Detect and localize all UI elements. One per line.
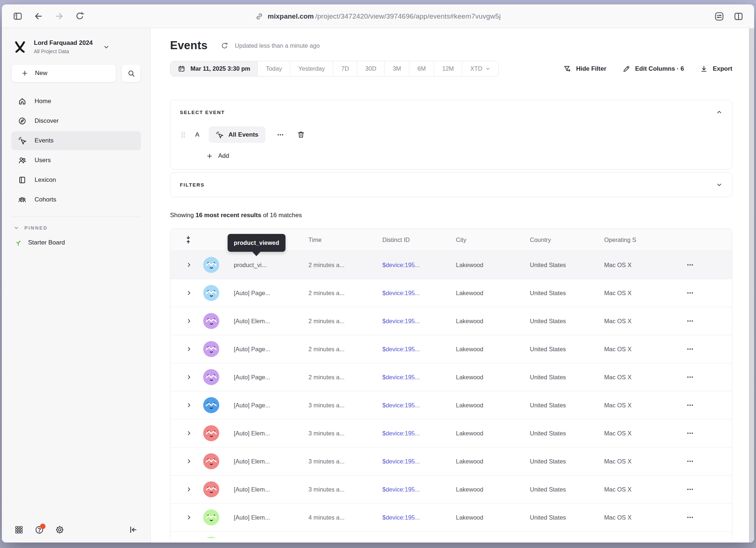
row-expander-icon[interactable] bbox=[186, 374, 192, 380]
edit-columns-button[interactable]: Edit Columns · 6 bbox=[622, 65, 684, 73]
row-distinct-id[interactable]: $device:195... bbox=[382, 318, 456, 325]
sidebar-footer bbox=[11, 525, 141, 535]
collapse-panel-icon[interactable] bbox=[716, 109, 722, 116]
row-expander-icon[interactable] bbox=[186, 262, 192, 268]
range-option-6m[interactable]: 6M bbox=[409, 61, 434, 76]
column-header-time[interactable]: Time bbox=[308, 236, 382, 243]
help-icon[interactable] bbox=[35, 525, 44, 535]
row-expander-icon[interactable] bbox=[186, 486, 192, 492]
table-row[interactable]: [Auto] Elem... 3 minutes a... $device:19… bbox=[170, 447, 732, 475]
sidebar-item-users[interactable]: Users bbox=[11, 151, 141, 170]
reload-icon[interactable] bbox=[75, 11, 85, 21]
table-row[interactable]: [Auto] Elem... 4 minutes a... $device:19… bbox=[170, 503, 732, 531]
table-row[interactable]: [Auto] Page... 2 minutes a... $device:19… bbox=[170, 279, 732, 307]
row-menu-button[interactable] bbox=[686, 373, 694, 381]
row-menu-button[interactable] bbox=[686, 401, 694, 409]
page-settings-icon[interactable] bbox=[714, 11, 724, 21]
refresh-icon[interactable] bbox=[221, 42, 228, 50]
column-header-country[interactable]: Country bbox=[530, 236, 604, 243]
sidebar-item-home[interactable]: Home bbox=[11, 92, 141, 111]
event-selector-chip[interactable]: All Events bbox=[209, 126, 265, 143]
table-row[interactable] bbox=[170, 531, 732, 538]
sidebar-item-starter-board[interactable]: Starter Board bbox=[11, 239, 141, 247]
search-icon bbox=[127, 70, 135, 77]
row-menu-button[interactable] bbox=[686, 345, 694, 353]
collapse-rows-icon[interactable] bbox=[184, 235, 192, 244]
row-distinct-id[interactable]: $device:195... bbox=[382, 262, 456, 269]
range-option-3m[interactable]: 3M bbox=[384, 61, 409, 76]
event-options-icon[interactable] bbox=[276, 131, 284, 139]
date-value: Mar 11, 2025 3:30 pm bbox=[190, 65, 250, 72]
range-option-7d[interactable]: 7D bbox=[333, 61, 357, 76]
column-header-city[interactable]: City bbox=[456, 236, 530, 243]
new-button[interactable]: New bbox=[11, 64, 116, 82]
scrollbar-track[interactable] bbox=[749, 28, 754, 543]
back-icon[interactable] bbox=[34, 11, 43, 21]
sidebar-nav: Home Discover Events Users Lexicon bbox=[11, 92, 141, 209]
row-time: 2 minutes a... bbox=[308, 262, 382, 269]
range-option-yesterday[interactable]: Yesterday bbox=[290, 61, 333, 76]
settings-gear-icon[interactable] bbox=[55, 525, 64, 535]
forward-icon[interactable] bbox=[54, 11, 64, 21]
row-distinct-id[interactable]: $device:195... bbox=[382, 430, 456, 437]
row-distinct-id[interactable]: $device:195... bbox=[382, 402, 456, 409]
row-expander-icon[interactable] bbox=[186, 514, 192, 520]
range-option-12m[interactable]: 12M bbox=[434, 61, 462, 76]
row-country: United States bbox=[530, 318, 604, 325]
table-row[interactable]: [Auto] Elem... 2 minutes a... $device:19… bbox=[170, 307, 732, 335]
row-menu-button[interactable] bbox=[686, 485, 694, 493]
column-header-distinct-id[interactable]: Distinct ID bbox=[382, 236, 456, 243]
range-option-xtd[interactable]: XTD bbox=[462, 61, 499, 76]
table-row[interactable]: [Auto] Page... 2 minutes a... $device:19… bbox=[170, 335, 732, 363]
row-distinct-id[interactable]: $device:195... bbox=[382, 514, 456, 521]
row-expander-icon[interactable] bbox=[186, 430, 192, 436]
collapse-sidebar-icon[interactable] bbox=[129, 525, 138, 535]
row-menu-button[interactable] bbox=[686, 317, 694, 325]
row-menu-button[interactable] bbox=[686, 513, 694, 521]
pinned-section-toggle[interactable]: PINNED bbox=[11, 225, 141, 231]
sidebar-item-label: Cohorts bbox=[35, 196, 56, 203]
row-city: Lakewood bbox=[456, 486, 530, 493]
row-menu-button[interactable] bbox=[686, 289, 694, 297]
search-button[interactable] bbox=[121, 64, 141, 82]
table-row[interactable]: [Auto] Page... 3 minutes a... $device:19… bbox=[170, 391, 732, 419]
browser-window: mixpanel.com/project/3472420/view/397469… bbox=[2, 4, 754, 543]
date-picker-button[interactable]: Mar 11, 2025 3:30 pm bbox=[170, 61, 257, 76]
row-time: 2 minutes a... bbox=[308, 290, 382, 297]
range-option-30d[interactable]: 30D bbox=[357, 61, 384, 76]
row-menu-button[interactable] bbox=[686, 261, 694, 269]
sidebar-item-lexicon[interactable]: Lexicon bbox=[11, 171, 141, 189]
drag-handle-icon[interactable] bbox=[180, 131, 186, 139]
row-distinct-id[interactable]: $device:195... bbox=[382, 486, 456, 493]
table-row[interactable]: [Auto] Page... 2 minutes a... $device:19… bbox=[170, 363, 732, 391]
row-menu-button[interactable] bbox=[686, 457, 694, 465]
row-expander-icon[interactable] bbox=[186, 346, 192, 352]
row-expander-icon[interactable] bbox=[186, 290, 192, 296]
add-event-button[interactable]: Add bbox=[180, 152, 722, 160]
range-option-today[interactable]: Today bbox=[257, 61, 290, 76]
row-distinct-id[interactable]: $device:195... bbox=[382, 458, 456, 465]
sidebar-item-cohorts[interactable]: Cohorts bbox=[11, 190, 141, 209]
expand-panel-icon[interactable] bbox=[716, 181, 722, 188]
row-distinct-id[interactable]: $device:195... bbox=[382, 346, 456, 353]
delete-event-icon[interactable] bbox=[297, 130, 305, 139]
address-bar[interactable]: mixpanel.com/project/3472420/view/397469… bbox=[255, 4, 501, 28]
hide-filter-button[interactable]: Hide Filter bbox=[563, 65, 606, 73]
export-button[interactable]: Export bbox=[700, 65, 732, 73]
table-row[interactable]: [Auto] Elem... 3 minutes a... $device:19… bbox=[170, 419, 732, 447]
row-distinct-id[interactable]: $device:195... bbox=[382, 374, 456, 381]
avatar bbox=[203, 537, 219, 538]
row-expander-icon[interactable] bbox=[186, 318, 192, 324]
row-expander-icon[interactable] bbox=[186, 458, 192, 464]
table-row[interactable]: [Auto] Elem... 3 minutes a... $device:19… bbox=[170, 475, 732, 503]
project-switcher[interactable]: Lord Farquaad 2024 All Project Data bbox=[11, 37, 141, 55]
row-expander-icon[interactable] bbox=[186, 402, 192, 408]
sidebar-item-events[interactable]: Events bbox=[11, 131, 141, 150]
split-view-icon[interactable] bbox=[733, 11, 743, 21]
apps-grid-icon[interactable] bbox=[14, 525, 24, 535]
row-distinct-id[interactable]: $device:195... bbox=[382, 290, 456, 297]
column-header-os[interactable]: Operating S bbox=[604, 236, 686, 243]
sidebar-item-discover[interactable]: Discover bbox=[11, 111, 141, 130]
sidebar-toggle-icon[interactable] bbox=[13, 11, 23, 21]
row-menu-button[interactable] bbox=[686, 429, 694, 437]
